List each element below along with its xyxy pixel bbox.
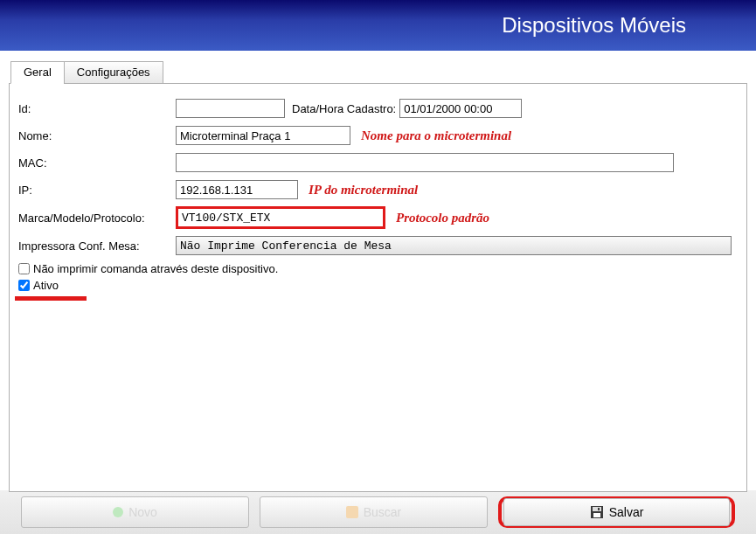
mac-label: MAC: xyxy=(18,156,176,170)
salvar-label: Salvar xyxy=(609,505,644,519)
protocolo-value: VT100/STX_ETX xyxy=(182,212,270,225)
protocolo-dropdown[interactable]: VT100/STX_ETX xyxy=(176,206,385,229)
ip-label: IP: xyxy=(18,184,176,197)
plus-icon xyxy=(113,507,123,517)
tab-panel-geral: Id: Data/Hora Cadastro: Nome: Nome para … xyxy=(9,83,747,492)
nome-label: Nome: xyxy=(18,129,176,142)
page-title: Dispositivos Móveis xyxy=(502,13,686,38)
nome-annotation: Nome para o microterminal xyxy=(361,128,511,143)
protocolo-label: Marca/Modelo/Protocolo: xyxy=(18,212,176,225)
salvar-button[interactable]: Salvar xyxy=(503,498,730,526)
nao-imprimir-label: Não imprimir comanda através deste dispo… xyxy=(33,262,278,275)
buscar-label: Buscar xyxy=(364,505,402,519)
data-field[interactable] xyxy=(399,99,522,118)
novo-button[interactable]: Novo xyxy=(21,496,249,528)
button-bar: Novo Buscar Salvar xyxy=(0,490,756,534)
id-label: Id: xyxy=(18,102,176,115)
impressora-value: Não Imprime Conferencia de Mesa xyxy=(180,239,392,253)
floppy-icon xyxy=(590,505,604,519)
svg-rect-2 xyxy=(593,513,600,517)
ativo-row: Ativo xyxy=(18,279,88,292)
nao-imprimir-checkbox[interactable] xyxy=(18,263,30,274)
tab-configuracoes[interactable]: Configurações xyxy=(64,61,163,84)
nao-imprimir-row: Não imprimir comanda através deste dispo… xyxy=(18,262,738,275)
ativo-highlight-underline xyxy=(15,296,87,301)
nome-field[interactable] xyxy=(176,126,350,145)
ativo-label: Ativo xyxy=(33,279,59,292)
search-icon xyxy=(346,506,358,518)
svg-rect-1 xyxy=(593,507,601,511)
tab-strip: Geral Configurações xyxy=(10,61,756,84)
ip-field[interactable] xyxy=(176,180,298,199)
page-header: Dispositivos Móveis xyxy=(0,0,756,51)
svg-rect-3 xyxy=(598,508,600,510)
id-field[interactable] xyxy=(176,99,285,118)
ip-annotation: IP do microterminal xyxy=(309,183,418,198)
impressora-label: Impressora Conf. Mesa: xyxy=(18,239,176,253)
tab-geral[interactable]: Geral xyxy=(10,61,65,84)
data-label: Data/Hora Cadastro: xyxy=(292,102,396,115)
protocolo-annotation: Protocolo padrão xyxy=(396,211,489,225)
buscar-button[interactable]: Buscar xyxy=(260,496,488,528)
salvar-highlight: Salvar xyxy=(498,496,735,528)
ativo-checkbox[interactable] xyxy=(18,280,30,291)
impressora-dropdown[interactable]: Não Imprime Conferencia de Mesa xyxy=(176,236,732,255)
mac-field[interactable] xyxy=(176,153,674,172)
novo-label: Novo xyxy=(128,505,157,519)
